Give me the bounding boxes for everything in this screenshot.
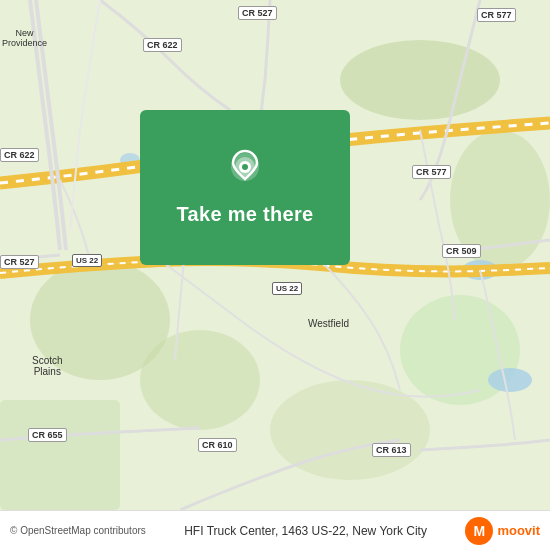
cr613-label: CR 613: [372, 443, 411, 457]
cr527-left-label: CR 527: [0, 255, 39, 269]
svg-rect-6: [0, 400, 120, 510]
cr622-left-label: CR 622: [0, 148, 39, 162]
cr622-top-label: CR 622: [143, 38, 182, 52]
cr577-bottom-label: CR 577: [477, 8, 516, 22]
scotch-plains-label: ScotchPlains: [32, 355, 63, 377]
new-providence-label: NewProvidence: [2, 28, 47, 48]
us22-label: US 22: [272, 282, 302, 295]
cr527-top-label: CR 527: [238, 6, 277, 20]
moovit-label: moovit: [497, 523, 540, 538]
action-overlay: Take me there: [140, 110, 350, 265]
svg-point-9: [488, 368, 532, 392]
map-container: CR 622 US 22 US 22 CR 527 CR 622 CR 622 …: [0, 0, 550, 510]
cr509-label: CR 509: [442, 244, 481, 258]
info-bar: © OpenStreetMap contributors HFI Truck C…: [0, 510, 550, 550]
svg-point-1: [340, 40, 500, 120]
westfield-label: Westfield: [308, 318, 349, 329]
cr610-label: CR 610: [198, 438, 237, 452]
attribution-text: © OpenStreetMap contributors: [10, 525, 146, 536]
take-me-there-button[interactable]: Take me there: [167, 203, 324, 226]
moovit-icon: M: [465, 517, 493, 545]
cr655-label: CR 655: [28, 428, 67, 442]
moovit-logo: M moovit: [465, 517, 540, 545]
cr577-label: CR 577: [412, 165, 451, 179]
location-pin-icon: [223, 149, 267, 193]
svg-point-3: [140, 330, 260, 430]
svg-point-14: [242, 164, 248, 170]
location-text: HFI Truck Center, 1463 US-22, New York C…: [146, 524, 466, 538]
us22-left-label: US 22: [72, 254, 102, 267]
